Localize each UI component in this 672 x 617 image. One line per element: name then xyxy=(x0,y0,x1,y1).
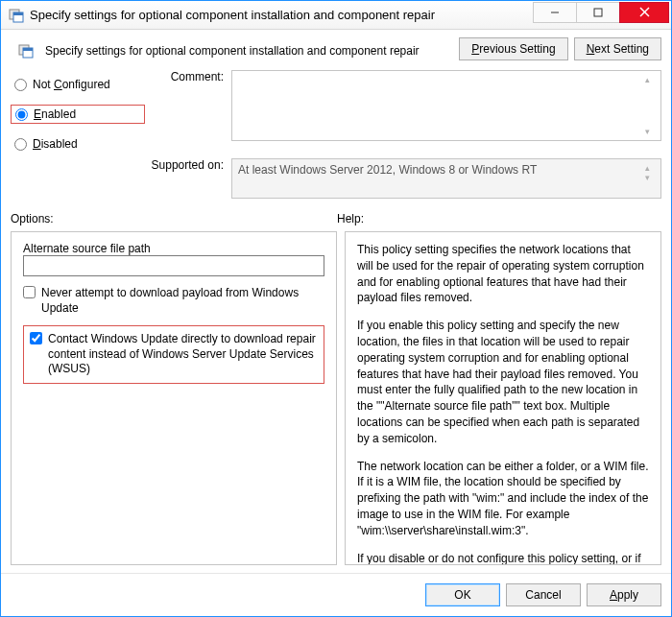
dialog-footer: OK Cancel Apply xyxy=(1,573,671,616)
help-paragraph: If you disable or do not configure this … xyxy=(357,551,649,565)
never-download-option[interactable]: Never attempt to download payload from W… xyxy=(23,286,324,316)
svg-rect-9 xyxy=(23,48,33,51)
client-area: Specify settings for optional component … xyxy=(1,30,671,573)
next-setting-button[interactable]: Next Setting xyxy=(574,37,661,60)
help-pane: This policy setting specifies the networ… xyxy=(345,231,661,565)
help-paragraph: This policy setting specifies the networ… xyxy=(357,242,649,306)
window-icon xyxy=(9,8,24,23)
svg-line-5 xyxy=(640,8,649,16)
minimize-button[interactable] xyxy=(533,2,577,23)
radio-disabled[interactable]: Disabled xyxy=(11,135,145,153)
apply-button[interactable]: Apply xyxy=(587,583,661,606)
policy-icon xyxy=(18,43,34,59)
never-download-checkbox[interactable] xyxy=(23,286,36,298)
comment-label: Comment: xyxy=(145,70,231,153)
radio-not-configured-input[interactable] xyxy=(14,79,27,91)
cancel-button[interactable]: Cancel xyxy=(506,583,581,606)
scrollbar[interactable]: ▴▾ xyxy=(639,163,655,182)
supported-on-label: Supported on: xyxy=(145,158,231,199)
gpo-editor-window: Specify settings for optional component … xyxy=(0,0,672,617)
header-row: Specify settings for optional component … xyxy=(11,37,661,60)
help-paragraph: The network location can be either a fol… xyxy=(357,459,649,539)
supported-on-field: At least Windows Server 2012, Windows 8 … xyxy=(231,158,661,199)
window-title: Specify settings for optional component … xyxy=(30,8,534,22)
radio-enabled[interactable]: Enabled xyxy=(11,105,145,124)
options-pane: Alternate source file path Never attempt… xyxy=(11,231,337,565)
help-label: Help: xyxy=(337,212,364,225)
policy-title: Specify settings for optional component … xyxy=(45,44,420,58)
contact-wu-option[interactable]: Contact Windows Update directly to downl… xyxy=(23,325,324,384)
close-button[interactable] xyxy=(619,2,669,23)
contact-wu-checkbox[interactable] xyxy=(30,332,42,344)
state-radio-group: Not Configured Enabled Disabled xyxy=(11,70,145,153)
comment-textarea[interactable]: ▴▾ xyxy=(231,70,661,141)
alt-path-input[interactable] xyxy=(23,255,324,276)
ok-button[interactable]: OK xyxy=(425,583,500,606)
radio-disabled-input[interactable] xyxy=(14,138,27,151)
window-controls xyxy=(534,2,669,23)
titlebar: Specify settings for optional component … xyxy=(1,1,671,30)
radio-not-configured[interactable]: Not Configured xyxy=(11,76,145,93)
help-paragraph: If you enable this policy setting and sp… xyxy=(357,318,649,446)
svg-line-6 xyxy=(640,8,649,16)
previous-setting-button[interactable]: Previous Setting xyxy=(459,37,567,60)
scrollbar[interactable]: ▴▾ xyxy=(639,75,655,136)
radio-enabled-input[interactable] xyxy=(15,108,28,121)
svg-rect-4 xyxy=(594,9,602,16)
alt-path-label: Alternate source file path xyxy=(23,242,324,255)
svg-rect-2 xyxy=(13,12,23,15)
options-label: Options: xyxy=(11,212,337,225)
maximize-button[interactable] xyxy=(576,2,620,23)
